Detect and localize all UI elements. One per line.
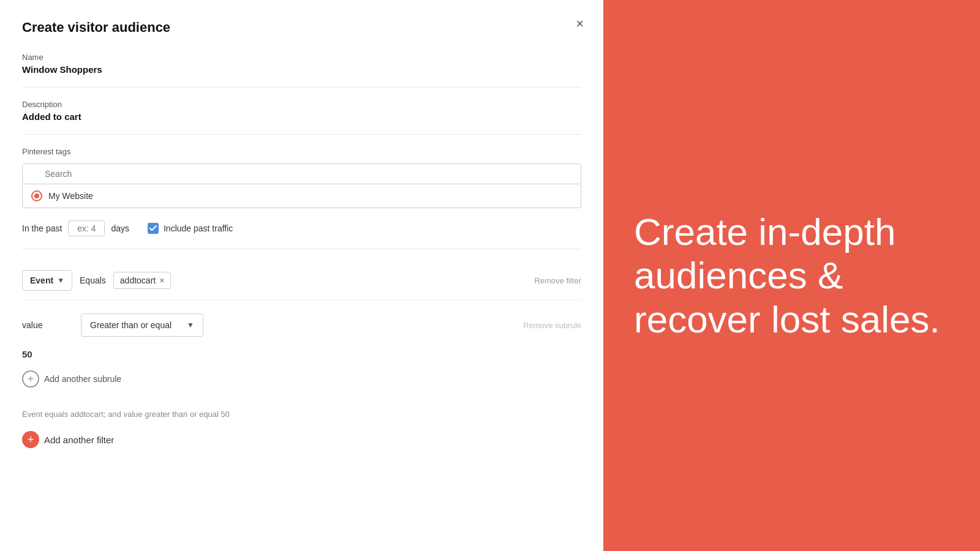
days-suffix: days — [111, 223, 129, 233]
add-filter-circle-icon: + — [22, 431, 39, 448]
add-filter-button[interactable]: + Add another filter — [22, 431, 114, 448]
in-past-label: In the past — [22, 223, 62, 233]
add-subrule-circle-icon: + — [22, 370, 39, 388]
equals-label: Equals — [80, 276, 106, 285]
subrule-section: value Greater than or equal ▼ Remove sub… — [22, 299, 581, 400]
filter-row: Event ▼ Equals addtocart × Remove filter — [22, 261, 581, 299]
include-traffic-label: Include past traffic — [164, 223, 233, 233]
tag-option-label: My Website — [48, 191, 93, 201]
description-value: Added to cart — [22, 111, 581, 122]
description-label: Description — [22, 100, 581, 109]
description-field-group: Description Added to cart — [22, 100, 581, 122]
name-value: Window Shoppers — [22, 64, 581, 75]
subrule-value-label: value — [22, 320, 71, 330]
subrule-row: value Greater than or equal ▼ Remove sub… — [22, 306, 581, 344]
search-wrapper — [22, 163, 581, 184]
divider-3 — [22, 249, 581, 249]
event-label: Event — [30, 276, 53, 285]
greater-than-chevron-icon: ▼ — [187, 321, 194, 329]
tag-chip-value: addtocart — [120, 276, 156, 285]
tag-chip: addtocart × — [113, 272, 172, 289]
divider-2 — [22, 134, 581, 135]
subrule-number-value: 50 — [22, 344, 581, 364]
remove-filter-button[interactable]: Remove filter — [534, 276, 581, 285]
include-traffic-checkbox[interactable] — [148, 223, 159, 234]
add-subrule-label: Add another subrule — [44, 374, 121, 384]
add-subrule-button[interactable]: + Add another subrule — [22, 370, 121, 388]
promo-text: Create in-depth audiences & recover lost… — [634, 210, 949, 341]
close-button[interactable]: × — [576, 17, 584, 31]
modal-title: Create visitor audience — [22, 20, 581, 36]
tag-options-box: My Website — [22, 184, 581, 208]
include-traffic-row: Include past traffic — [148, 223, 233, 234]
add-filter-label: Add another filter — [44, 435, 114, 445]
pinterest-tags-section: Pinterest tags My Website — [22, 147, 581, 208]
greater-than-label: Greater than or equal — [90, 320, 172, 330]
event-chevron-icon: ▼ — [57, 276, 64, 285]
name-field-group: Name Window Shoppers — [22, 53, 581, 75]
promo-panel: Create in-depth audiences & recover lost… — [603, 0, 980, 551]
divider-1 — [22, 87, 581, 88]
filter-summary: Event equals addtocart; and value greate… — [22, 410, 581, 419]
event-dropdown[interactable]: Event ▼ — [22, 270, 72, 291]
search-input[interactable] — [22, 163, 581, 184]
in-past-row: In the past days Include past traffic — [22, 220, 581, 236]
tag-option-my-website[interactable]: My Website — [23, 184, 581, 208]
radio-my-website — [31, 190, 42, 201]
chip-close-icon[interactable]: × — [159, 276, 164, 285]
filter-section: Event ▼ Equals addtocart × Remove filter… — [22, 261, 581, 400]
days-input[interactable] — [68, 220, 105, 236]
pinterest-tags-label: Pinterest tags — [22, 147, 581, 156]
remove-subrule-button[interactable]: Remove subrule — [523, 321, 581, 330]
greater-than-dropdown[interactable]: Greater than or equal ▼ — [81, 313, 203, 337]
modal-panel: Create visitor audience × Name Window Sh… — [0, 0, 603, 551]
name-label: Name — [22, 53, 581, 62]
